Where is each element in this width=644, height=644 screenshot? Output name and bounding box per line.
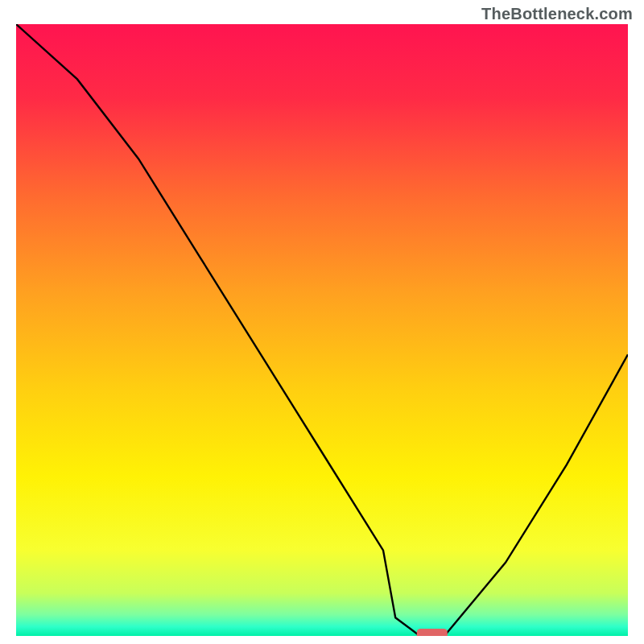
bottleneck-chart: TheBottleneck.com: [0, 0, 644, 644]
plot-area: [16, 24, 628, 636]
minimum-marker: [417, 629, 448, 636]
gradient-background: [16, 24, 628, 636]
watermark-label: TheBottleneck.com: [481, 5, 633, 23]
